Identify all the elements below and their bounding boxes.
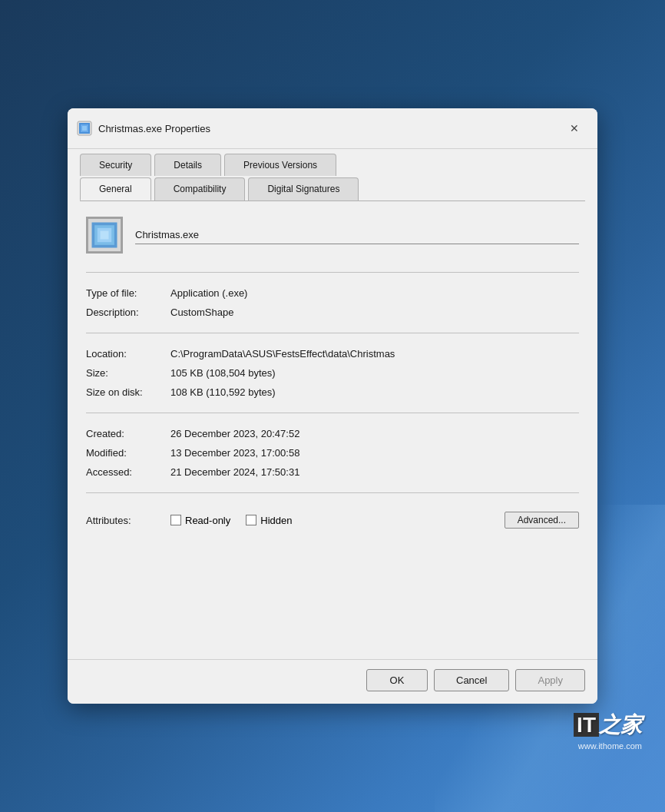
filename-input[interactable]: [135, 226, 579, 244]
watermark-url: www.ithome.com: [574, 741, 642, 751]
apply-button[interactable]: Apply: [515, 669, 585, 691]
readonly-checkbox-label[interactable]: Read-only: [170, 515, 230, 526]
type-label: Type of file:: [86, 287, 170, 299]
dates-section: Created: 26 December 2023, 20:47:52 Modi…: [86, 424, 579, 482]
size-label: Size:: [86, 367, 170, 379]
desc-label: Description:: [86, 307, 170, 318]
tabs-divider: General Compatibility Digital Signatures: [80, 177, 585, 201]
size-row: Size: 105 KB (108,504 bytes): [86, 363, 579, 383]
separator-1: [86, 272, 579, 273]
close-button[interactable]: ✕: [564, 118, 585, 139]
hidden-checkbox[interactable]: [246, 515, 256, 525]
readonly-checkbox[interactable]: [170, 515, 181, 525]
type-row: Type of file: Application (.exe): [86, 283, 579, 303]
size-value: 105 KB (108,504 bytes): [170, 367, 276, 379]
desc-row: Description: CustomShape: [86, 303, 579, 322]
size-disk-row: Size on disk: 108 KB (110,592 bytes): [86, 383, 579, 402]
modified-label: Modified:: [86, 447, 170, 459]
tab-digital-signatures[interactable]: Digital Signatures: [248, 177, 359, 201]
readonly-label: Read-only: [185, 515, 230, 526]
size-disk-label: Size on disk:: [86, 386, 170, 398]
content-area: Type of file: Application (.exe) Descrip…: [68, 201, 597, 659]
properties-dialog: Christmas.exe Properties ✕ Security Deta…: [68, 108, 597, 704]
watermark-logo: IT之家: [574, 711, 642, 740]
file-icon: [86, 217, 123, 254]
button-bar: OK Cancel Apply: [68, 659, 597, 704]
attributes-row: Attributes: Read-only Hidden Advanced...: [86, 504, 579, 536]
modified-value: 13 December 2023, 17:00:58: [170, 447, 299, 459]
advanced-button[interactable]: Advanced...: [505, 512, 579, 529]
file-header: [86, 217, 579, 254]
created-label: Created:: [86, 428, 170, 439]
tab-general[interactable]: General: [80, 177, 151, 201]
watermark: IT之家 www.ithome.com: [574, 711, 642, 751]
desc-value: CustomShape: [170, 307, 233, 318]
modified-row: Modified: 13 December 2023, 17:00:58: [86, 443, 579, 462]
svg-rect-8: [101, 231, 109, 240]
location-value: C:\ProgramData\ASUS\FestsEffect\data\Chr…: [170, 348, 395, 360]
cancel-button[interactable]: Cancel: [434, 669, 509, 691]
watermark-rest: 之家: [599, 713, 642, 737]
tab-details[interactable]: Details: [154, 154, 221, 176]
accessed-row: Accessed: 21 December 2024, 17:50:31: [86, 462, 579, 482]
tabs-row-1: Security Details Previous Versions: [80, 154, 585, 176]
tab-security[interactable]: Security: [80, 154, 151, 176]
separator-3: [86, 413, 579, 413]
size-disk-value: 108 KB (110,592 bytes): [170, 386, 276, 398]
svg-rect-3: [82, 126, 87, 131]
hidden-checkbox-label[interactable]: Hidden: [246, 515, 292, 526]
attr-label: Attributes:: [86, 515, 170, 526]
accessed-label: Accessed:: [86, 466, 170, 478]
ok-button[interactable]: OK: [366, 669, 428, 691]
content-spacer: [86, 536, 579, 644]
tabs-area: Security Details Previous Versions Gener…: [68, 149, 597, 201]
location-row: Location: C:\ProgramData\ASUS\FestsEffec…: [86, 344, 579, 363]
separator-4: [86, 492, 579, 493]
type-value: Application (.exe): [170, 287, 247, 299]
hidden-label: Hidden: [260, 515, 292, 526]
created-row: Created: 26 December 2023, 20:47:52: [86, 424, 579, 443]
title-bar: Christmas.exe Properties ✕: [68, 108, 597, 149]
tabs-row-2: General Compatibility Digital Signatures: [80, 177, 585, 201]
app-icon: [77, 121, 92, 136]
location-label: Location:: [86, 348, 170, 360]
watermark-it: IT: [574, 713, 599, 737]
tab-previous-versions[interactable]: Previous Versions: [224, 154, 336, 176]
created-value: 26 December 2023, 20:47:52: [170, 428, 299, 439]
dialog-title: Christmas.exe Properties: [98, 123, 564, 134]
accessed-value: 21 December 2024, 17:50:31: [170, 466, 299, 478]
tab-compatibility[interactable]: Compatibility: [154, 177, 246, 201]
size-section: Location: C:\ProgramData\ASUS\FestsEffec…: [86, 344, 579, 402]
separator-2: [86, 333, 579, 333]
type-section: Type of file: Application (.exe) Descrip…: [86, 283, 579, 322]
